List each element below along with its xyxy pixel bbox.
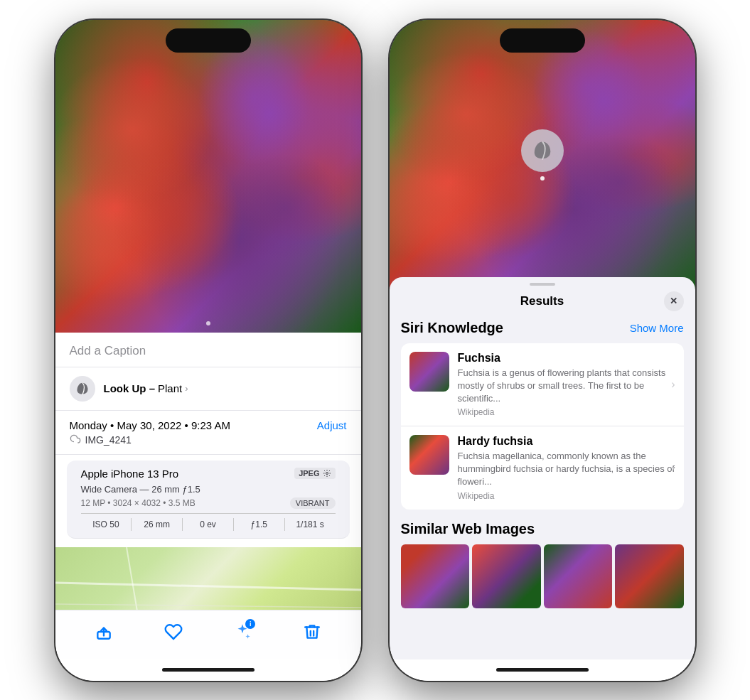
- similar-images-row: [401, 544, 684, 608]
- svg-point-0: [326, 473, 328, 475]
- right-home-indicator: [390, 659, 695, 681]
- svg-line-2: [127, 547, 141, 610]
- info-button[interactable]: i: [227, 616, 258, 647]
- svg-line-3: [55, 604, 361, 608]
- hardy-chevron: ›: [671, 461, 675, 474]
- page-indicator: [206, 321, 210, 325]
- exif-focal: 26 mm: [132, 518, 183, 531]
- specs-row: 12 MP • 3024 × 4032 • 3.5 MB VIBRANT: [81, 497, 336, 509]
- right-phone: Results ✕ Siri Knowledge Show More: [390, 20, 695, 681]
- hardy-thumbnail: [409, 435, 449, 475]
- leaf-siri-icon: [532, 140, 553, 161]
- camera-header: Apple iPhone 13 Pro JPEG: [81, 468, 336, 480]
- share-icon: [95, 623, 113, 641]
- lookup-icon-circle: [70, 376, 95, 402]
- lookup-row[interactable]: Look Up – Plant ›: [55, 367, 361, 411]
- fuchsia-desc: Fuchsia is a genus of flowering plants t…: [458, 367, 675, 406]
- flower-overlay: [55, 20, 361, 333]
- similar-title: Similar Web Images: [401, 521, 684, 537]
- results-content: Siri Knowledge Show More Fuchsia Fuchsia…: [390, 320, 695, 659]
- siri-knowledge-title: Siri Knowledge: [401, 320, 503, 336]
- map-section[interactable]: [55, 547, 361, 610]
- home-bar: [162, 668, 255, 672]
- home-indicator: [55, 659, 361, 681]
- jpeg-badge: JPEG: [294, 468, 335, 479]
- lookup-text: Look Up – Plant ›: [104, 382, 188, 394]
- left-phone: Add a Caption Look Up – Plant ›: [55, 20, 361, 681]
- exif-ev: 0 ev: [183, 518, 234, 531]
- hardy-source: Wikipedia: [458, 491, 675, 501]
- adjust-button[interactable]: Adjust: [317, 419, 347, 431]
- svg-line-1: [55, 583, 361, 590]
- knowledge-card: Fuchsia Fuchsia is a genus of flowering …: [401, 343, 684, 510]
- drag-handle: [530, 283, 555, 286]
- resolution: 3024 × 4032: [113, 498, 161, 508]
- right-photo-area: [390, 20, 695, 290]
- camera-lens: Wide Camera — 26 mm ƒ1.5: [81, 484, 336, 495]
- trash-icon: [303, 623, 321, 641]
- fuchsia-text: Fuchsia Fuchsia is a genus of flowering …: [458, 352, 675, 418]
- lookup-label: Look Up –: [104, 382, 156, 394]
- fuchsia-thumbnail: [409, 352, 449, 392]
- filename-text: IMG_4241: [85, 434, 132, 446]
- siri-button[interactable]: [521, 129, 564, 172]
- vibrant-badge: VIBRANT: [290, 497, 336, 509]
- similar-img-2[interactable]: [472, 544, 541, 608]
- bottom-toolbar: i: [55, 610, 361, 659]
- left-screen: Add a Caption Look Up – Plant ›: [55, 20, 361, 681]
- hardy-desc: Fuchsia magellanica, commonly known as t…: [458, 450, 675, 489]
- hardy-text: Hardy fuchsia Fuchsia magellanica, commo…: [458, 435, 675, 501]
- delete-button[interactable]: [296, 616, 328, 647]
- favorite-button[interactable]: [158, 616, 189, 647]
- leaf-icon: [75, 382, 90, 396]
- specs-text: 12 MP • 3024 × 4032 • 3.5 MB: [81, 498, 195, 508]
- knowledge-item-fuchsia[interactable]: Fuchsia Fuchsia is a genus of flowering …: [401, 343, 684, 427]
- meta-filename-row: IMG_4241: [70, 434, 347, 446]
- info-badge: i: [245, 619, 255, 629]
- camera-name: Apple iPhone 13 Pro: [81, 468, 179, 480]
- fuchsia-source: Wikipedia: [458, 407, 675, 417]
- show-more-button[interactable]: Show More: [630, 322, 684, 334]
- right-home-bar: [496, 668, 589, 672]
- info-area: Add a Caption Look Up – Plant ›: [55, 333, 361, 610]
- exif-shutter: 1/181 s: [285, 518, 336, 531]
- dynamic-island: [166, 28, 251, 53]
- knowledge-item-hardy[interactable]: Hardy fuchsia Fuchsia magellanica, commo…: [401, 426, 684, 510]
- file-size: 3.5 MB: [168, 498, 195, 508]
- similar-img-1[interactable]: [401, 544, 470, 608]
- photo-area[interactable]: [55, 20, 361, 333]
- caption-field[interactable]: Add a Caption: [55, 333, 361, 367]
- fuchsia-chevron: ›: [671, 378, 675, 391]
- heart-icon: [164, 623, 183, 641]
- camera-section: Apple iPhone 13 Pro JPEG Wide Camera — 2…: [67, 461, 350, 539]
- meta-date: Monday • May 30, 2022 • 9:23 AM: [70, 419, 230, 431]
- hardy-name: Hardy fuchsia: [458, 435, 675, 448]
- map-background: [55, 547, 361, 610]
- close-button[interactable]: ✕: [664, 291, 684, 311]
- siri-dot: [540, 176, 545, 181]
- fuchsia-name: Fuchsia: [458, 352, 675, 365]
- dynamic-island-right: [500, 28, 585, 53]
- results-title: Results: [421, 294, 664, 308]
- similar-img-3[interactable]: [544, 544, 613, 608]
- share-button[interactable]: [88, 616, 119, 647]
- lookup-chevron: ›: [185, 383, 188, 394]
- mp: 12 MP: [81, 498, 105, 508]
- exif-aperture: ƒ1.5: [234, 518, 285, 531]
- siri-knowledge-header: Siri Knowledge Show More: [401, 320, 684, 336]
- jpeg-label: JPEG: [299, 469, 319, 478]
- gear-small-icon: [323, 469, 331, 478]
- results-header: Results ✕: [390, 289, 695, 320]
- exif-row: ISO 50 26 mm 0 ev ƒ1.5 1/181 s: [81, 513, 336, 531]
- similar-section: Similar Web Images: [401, 521, 684, 608]
- meta-section: Monday • May 30, 2022 • 9:23 AM Adjust I…: [55, 411, 361, 455]
- similar-img-4[interactable]: [615, 544, 684, 608]
- right-screen: Results ✕ Siri Knowledge Show More: [390, 20, 695, 681]
- results-panel: Results ✕ Siri Knowledge Show More: [390, 277, 695, 659]
- lookup-subject: Plant: [158, 382, 182, 394]
- exif-iso: ISO 50: [81, 518, 132, 531]
- cloud-icon: [70, 434, 81, 446]
- results-handle[interactable]: [390, 277, 695, 289]
- map-roads: [55, 547, 361, 610]
- meta-date-row: Monday • May 30, 2022 • 9:23 AM Adjust: [70, 419, 347, 431]
